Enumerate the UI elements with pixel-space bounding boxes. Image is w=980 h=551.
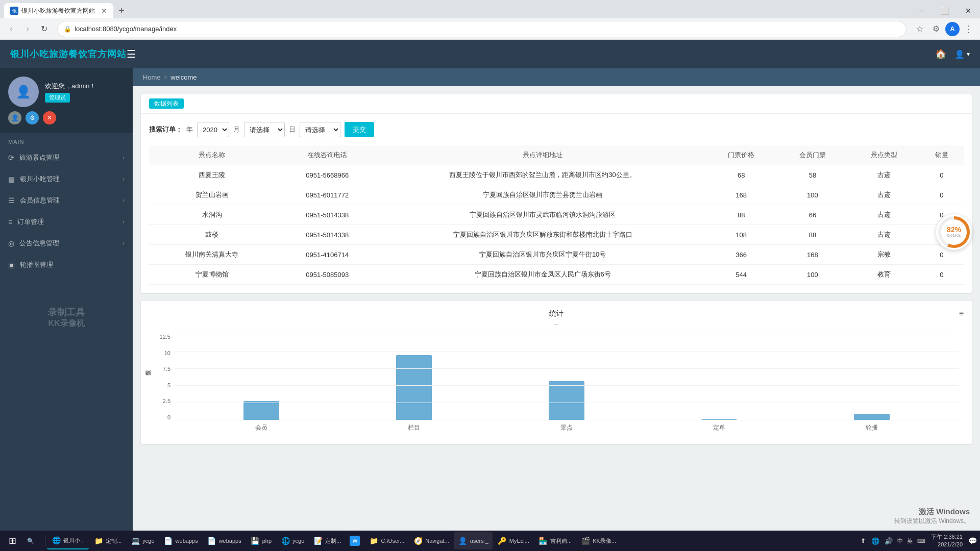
network-icon[interactable]: 🌐 — [870, 535, 881, 546]
cell-phone: 0951-5014338 — [275, 205, 380, 225]
taskbar-item-folder1[interactable]: 📁 定制... — [89, 532, 126, 549]
ycgo2-label: ycgo — [292, 538, 304, 544]
time-text: 下午 2:36:21 — [931, 533, 963, 541]
taskbar-item-webapps1[interactable]: 📄 webapps — [159, 532, 202, 549]
keyboard-icon[interactable]: ⌨ — [916, 535, 927, 546]
sidebar-item-attractions[interactable]: ⟳ 旅游景点管理 › — [0, 147, 133, 168]
col-type: 景点类型 — [848, 145, 920, 165]
close-window-button[interactable]: ✕ — [957, 4, 980, 18]
profile-button[interactable]: A — [945, 22, 960, 36]
sidebar-item-carousel[interactable]: ▣ 轮播图管理 — [0, 254, 133, 276]
month-select[interactable]: 请选择 1月2月3月4月 5月6月7月8月 9月10月11月12月 — [244, 122, 285, 137]
sidebar-item-announcements[interactable]: ◎ 公告信息管理 › — [0, 233, 133, 254]
new-tab-button[interactable]: + — [114, 4, 129, 18]
taskbar-item-file-explorer[interactable]: 📁 C:\User... — [364, 532, 408, 549]
chart-bar-group — [185, 401, 337, 420]
submit-button[interactable]: 提交 — [345, 122, 374, 137]
col-name: 景点名称 — [149, 145, 275, 165]
col-price: 门票价格 — [705, 145, 777, 165]
day-text: 日 — [289, 125, 296, 134]
users-icon: 👤 — [458, 536, 468, 546]
user-dropdown[interactable]: 👤 ▾ — [954, 49, 970, 59]
taskbar-item-myeclipse[interactable]: 🔑 MyEcl... — [493, 532, 533, 549]
sidebar-item-members[interactable]: ☰ 会员信息管理 › — [0, 190, 133, 211]
taskbar-item-jili[interactable]: 🏪 吉利购... — [534, 532, 576, 549]
activate-subtitle: 转到设置以激活 Windows。 — [894, 517, 970, 525]
minimize-button[interactable]: ─ — [910, 4, 933, 18]
role-badge: 管理员 — [45, 93, 70, 103]
y-label-125: 12.5 — [160, 334, 170, 340]
back-button[interactable]: ‹ — [4, 22, 18, 36]
taskbar-item-ycgo2[interactable]: 🌐 ycgo — [276, 532, 308, 549]
tab-close-button[interactable]: ✕ — [101, 7, 107, 15]
taskbar-item-ycgo[interactable]: 💻 ycgo — [126, 532, 158, 549]
stats-subtitle: -- — [149, 320, 964, 328]
stats-menu-icon[interactable]: ≡ — [959, 309, 964, 318]
cell-phone: 0951-5014338 — [275, 225, 380, 245]
bookmark-button[interactable]: ☆ — [913, 22, 927, 36]
clock-display: 下午 2:36:21 2021/2/20 — [931, 533, 963, 549]
col-address: 景点详细地址 — [380, 145, 705, 165]
bar — [701, 419, 737, 420]
ime-zh[interactable]: 中 — [896, 537, 904, 545]
bar — [396, 355, 432, 420]
sidebar-item-snacks[interactable]: ▦ 银川小吃管理 › — [0, 168, 133, 190]
hamburger-icon[interactable]: ☰ — [127, 48, 136, 60]
cell-type: 古迹 — [848, 225, 920, 245]
forward-button[interactable]: › — [20, 22, 35, 36]
reload-button[interactable]: ↻ — [37, 22, 51, 36]
webapps1-label: webapps — [176, 538, 198, 544]
user-settings-icon-btn[interactable]: ⚙ — [26, 111, 39, 124]
search-taskbar[interactable]: 🔍 — [23, 533, 43, 548]
cell-phone: 0951-5668966 — [275, 165, 380, 185]
taskbar-item-word[interactable]: 📝 定制... — [309, 532, 345, 549]
taskbar-notifications[interactable]: 下午 2:36:21 2021/2/20 — [929, 533, 965, 549]
taskbar-item-php[interactable]: 💾 php — [246, 532, 276, 549]
cell-price: 366 — [705, 245, 777, 265]
chart-bar-group — [337, 355, 490, 420]
year-select[interactable]: 2018 2019 2020 2021 2022 — [197, 122, 229, 137]
maximize-button[interactable]: ⬜ — [933, 4, 957, 18]
ime-en[interactable]: 英 — [906, 537, 914, 545]
taskbar-item-blue[interactable]: W — [346, 532, 364, 549]
cell-member-price: 66 — [777, 205, 848, 225]
day-select[interactable]: 请选择 1234 567 — [300, 122, 340, 137]
home-icon[interactable]: 🏠 — [935, 48, 946, 60]
month-text: 月 — [233, 125, 240, 134]
sidebar-item-orders[interactable]: ≡ 订单管理 › — [0, 211, 133, 233]
table-row: 贺兰山岩画 0951-6011772 宁夏回族自治区银川市贺兰县贺兰山岩画 16… — [149, 185, 964, 205]
cell-name: 西夏王陵 — [149, 165, 275, 185]
file-explorer-label: C:\User... — [381, 538, 404, 544]
chart-bar-group — [796, 414, 948, 420]
show-desktop-button[interactable]: ⬆ — [859, 537, 868, 544]
orders-label: 订单管理 — [17, 217, 44, 227]
col-phone: 在线咨询电话 — [275, 145, 380, 165]
top-navbar: 银川小吃旅游餐饮官方网站 ☰ 🏠 👤 ▾ — [0, 40, 980, 68]
taskbar-item-kkrecorder[interactable]: 🎬 KK录像... — [576, 532, 620, 549]
cell-price: 168 — [705, 185, 777, 205]
menu-button[interactable]: ⋮ — [962, 22, 976, 36]
start-button[interactable]: ⊞ — [2, 532, 22, 550]
taskbar-item-navigator[interactable]: 🧭 Navigat... — [409, 532, 453, 549]
y-label-5: 5 — [167, 382, 170, 388]
extensions-button[interactable]: ⚙ — [929, 22, 943, 36]
cell-phone: 0951-5085093 — [275, 265, 380, 285]
cell-name: 贺兰山岩画 — [149, 185, 275, 205]
user-profile-icon-btn[interactable]: 👤 — [8, 111, 21, 124]
webapps1-icon: 📄 — [163, 536, 174, 546]
address-bar[interactable]: 🔒 localhost:8080/ycgo/manage/index — [57, 21, 906, 37]
active-tab[interactable]: 银 银川小吃旅游餐饮官方网站 ✕ — [4, 3, 113, 18]
browser-taskbar-label: 银川小... — [63, 537, 85, 544]
y-label-0: 0 — [167, 414, 170, 420]
search-label: 搜索订单： — [149, 125, 182, 134]
taskbar-item-browser[interactable]: 🌐 银川小... — [47, 532, 89, 549]
volume-icon[interactable]: 🔊 — [883, 535, 894, 546]
announcements-icon: ◎ — [8, 239, 14, 247]
notification-center-button[interactable]: 💬 — [967, 535, 978, 546]
taskbar-item-webapps2[interactable]: 📄 webapps — [203, 532, 246, 549]
user-logout-icon-btn[interactable]: ✕ — [43, 111, 56, 124]
cell-phone: 0951-6011772 — [275, 185, 380, 205]
cell-type: 教育 — [848, 265, 920, 285]
breadcrumb-home[interactable]: Home — [143, 73, 161, 81]
taskbar-item-users[interactable]: 👤 users _ — [454, 532, 493, 549]
